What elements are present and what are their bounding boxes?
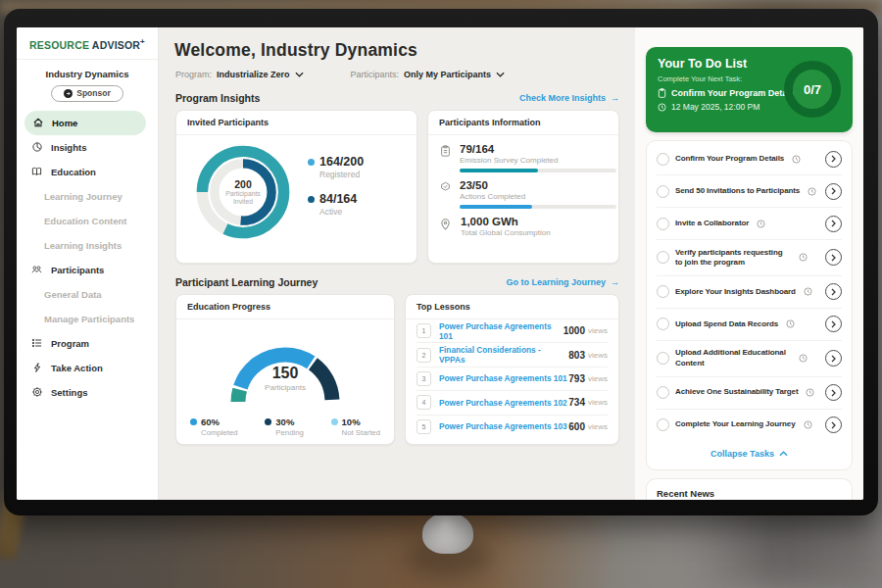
gear-icon: [30, 386, 43, 398]
sidebar-item-insights[interactable]: Insights: [17, 135, 158, 160]
task-row: Complete Your Learning Journey: [657, 410, 842, 441]
task-checkbox[interactable]: [657, 218, 669, 230]
invited-participants-donut-chart: 200 Participants Invited: [192, 141, 294, 243]
task-checkbox[interactable]: [657, 285, 669, 298]
task-checkbox[interactable]: [657, 418, 669, 431]
survey-icon: [440, 143, 451, 172]
organization-name: Industry Dynamics: [17, 69, 158, 79]
filter-bar: Program: Industrialize Zero Participants…: [175, 70, 635, 79]
arrow-right-icon: →: [611, 93, 619, 103]
sidebar: RESOURCE ADVISOR+ Industry Dynamics Spon…: [17, 27, 159, 500]
sidebar-item-education-content[interactable]: Education Content: [17, 209, 158, 233]
clock-icon: [808, 187, 816, 196]
lesson-link[interactable]: Power Purchase Agreements 103: [439, 421, 568, 431]
sidebar-item-program[interactable]: Program: [17, 331, 158, 356]
invited-participants-card: Invited Participants 200 Participants In…: [175, 110, 417, 264]
task-open-button[interactable]: [825, 384, 842, 401]
program-icon: [30, 337, 43, 349]
participants-icon: [30, 264, 43, 275]
learning-cards-row: Education Progress 150 Participants 60%: [175, 294, 619, 445]
task-row: Achieve One Sustainability Target: [657, 377, 842, 410]
participants-filter[interactable]: Participants: Only My Participants: [351, 70, 506, 79]
gauge-center-value: 150: [212, 365, 359, 382]
lesson-row: 4 Power Purchase Agreements 102 734 view…: [416, 391, 608, 415]
clock-icon: [799, 354, 808, 363]
sidebar-item-manage-participants[interactable]: Manage Participants: [17, 307, 158, 331]
task-open-button[interactable]: [825, 216, 842, 232]
education-progress-card: Education Progress 150 Participants 60%: [175, 294, 395, 445]
program-insights-header: Program Insights Check More Insights →: [175, 92, 619, 104]
collapse-tasks-link[interactable]: Collapse Tasks: [657, 441, 842, 467]
task-row: Verify participants requesting to join t…: [657, 240, 842, 276]
actions-icon: [440, 179, 451, 209]
sidebar-item-general-data[interactable]: General Data: [17, 282, 158, 307]
donut-legend: 164/200 Registered 84/164 Active: [308, 155, 364, 229]
emission-survey-row: 79/164 Emission Survey Completed: [440, 143, 607, 172]
task-row: Confirm Your Program Details: [657, 143, 842, 175]
chevron-down-icon: [295, 72, 304, 77]
gauge-legend: 60% Completed 30% Pending 10% Not Starte…: [176, 416, 394, 437]
task-row: Send 50 Invitations to Participants: [657, 175, 842, 208]
todo-column: Your To Do List Complete Your Next Task:…: [635, 27, 863, 500]
main-content: Welcome, Industry Dynamics Program: Indu…: [158, 27, 635, 500]
task-open-button[interactable]: [825, 316, 842, 332]
recent-news-card: Recent News: [646, 478, 853, 500]
arrow-right-icon: →: [611, 277, 619, 287]
check-more-insights-link[interactable]: Check More Insights →: [519, 93, 619, 103]
lesson-row: 2 Financial Considerations - VPPAs 803 v…: [416, 343, 608, 367]
clock-icon: [757, 220, 765, 228]
legend-dot-completed: [190, 418, 197, 425]
sidebar-item-participants[interactable]: Participants: [17, 258, 158, 282]
task-open-button[interactable]: [825, 151, 842, 168]
legend-dot-not-started: [331, 418, 338, 425]
clock-icon: [806, 388, 814, 397]
next-task-label: Confirm Your Program Details: [671, 88, 797, 98]
task-open-button[interactable]: [825, 183, 842, 200]
chevron-down-icon: [496, 72, 505, 77]
chevron-up-icon: [779, 451, 788, 457]
clipboard-icon: [658, 88, 666, 98]
sidebar-item-take-action[interactable]: Take Action: [17, 356, 158, 380]
task-open-button[interactable]: [825, 249, 842, 266]
lesson-link[interactable]: Financial Considerations - VPPAs: [439, 345, 568, 365]
task-open-button[interactable]: [825, 350, 842, 367]
lesson-link[interactable]: Power Purchase Agreements 101: [439, 321, 564, 341]
task-checkbox[interactable]: [657, 185, 669, 198]
sidebar-item-education[interactable]: Education: [17, 160, 158, 184]
sidebar-item-home[interactable]: Home: [24, 111, 146, 135]
lesson-link[interactable]: Power Purchase Agreements 102: [439, 398, 568, 408]
clock-icon: [804, 287, 812, 296]
task-open-button[interactable]: [825, 283, 842, 300]
home-icon: [31, 117, 44, 128]
task-row: Upload Additional Educational Content: [657, 341, 842, 377]
task-checkbox[interactable]: [657, 386, 669, 399]
education-progress-gauge-chart: 150 Participants: [212, 331, 359, 410]
sidebar-nav: Home Insights Education Learning Journey…: [17, 111, 158, 405]
task-open-button[interactable]: [825, 416, 842, 433]
task-checkbox[interactable]: [657, 352, 669, 365]
education-icon: [30, 166, 43, 177]
clock-icon: [792, 155, 801, 164]
sponsor-icon: [64, 89, 73, 98]
page-title: Welcome, Industry Dynamics: [174, 40, 635, 61]
sidebar-item-learning-journey[interactable]: Learning Journey: [17, 184, 158, 209]
program-filter[interactable]: Program: Industrialize Zero: [175, 70, 304, 79]
task-checkbox[interactable]: [657, 251, 669, 264]
screen: RESOURCE ADVISOR+ Industry Dynamics Spon…: [17, 27, 863, 500]
actions-completed-progress: [460, 205, 532, 209]
lesson-link[interactable]: Power Purchase Agreements 101: [439, 373, 568, 383]
actions-completed-row: 23/50 Actions Completed: [440, 179, 607, 209]
clock-icon: [804, 420, 812, 429]
sidebar-item-learning-insights[interactable]: Learning Insights: [17, 233, 158, 258]
lesson-row: 3 Power Purchase Agreements 101 793 view…: [416, 368, 608, 391]
task-row: Invite a Collaborator: [657, 208, 842, 240]
resource-advisor-logo: RESOURCE ADVISOR+: [21, 37, 154, 51]
legend-dot-active: [308, 196, 315, 203]
sidebar-item-settings[interactable]: Settings: [17, 380, 158, 405]
task-checkbox[interactable]: [657, 318, 669, 330]
monitor-stand: [422, 513, 473, 554]
go-to-learning-journey-link[interactable]: Go to Learning Journey →: [506, 277, 619, 287]
task-checkbox[interactable]: [657, 153, 669, 166]
pin-icon: [440, 216, 452, 237]
todo-summary-card: Your To Do List Complete Your Next Task:…: [646, 47, 853, 132]
